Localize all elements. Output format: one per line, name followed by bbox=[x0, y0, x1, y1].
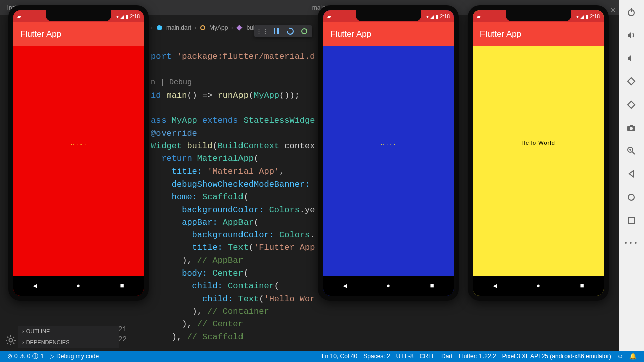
code-token: ()); bbox=[279, 90, 300, 100]
home-button-icon[interactable]: ● bbox=[386, 282, 390, 290]
flutter-body: .. . . . bbox=[323, 10, 454, 276]
debug-banner-icon: ▰ bbox=[327, 14, 331, 19]
status-flutter[interactable]: Flutter: 1.22.2 bbox=[459, 353, 496, 360]
status-eol[interactable]: CRLF bbox=[420, 353, 435, 360]
line-number: 21 bbox=[118, 324, 127, 334]
notifications-icon[interactable]: 🔔 bbox=[629, 353, 637, 360]
method-icon bbox=[236, 24, 243, 31]
wifi-icon: ▾ bbox=[576, 14, 579, 19]
recents-button-icon[interactable]: ■ bbox=[430, 282, 434, 290]
nav-overview-icon[interactable] bbox=[624, 213, 638, 227]
feedback-icon[interactable]: ☺ bbox=[617, 353, 623, 360]
svg-line-23 bbox=[632, 152, 635, 154]
rotate-right-icon[interactable] bbox=[624, 98, 638, 112]
code-token: 'package:flutter/material.d bbox=[177, 52, 315, 61]
rotate-left-icon[interactable] bbox=[624, 74, 638, 88]
code-token: ( bbox=[244, 192, 249, 202]
code-token: ( bbox=[244, 268, 249, 278]
code-token: StatelessWidge bbox=[244, 116, 315, 125]
status-debug[interactable]: ▷ Debug my code bbox=[50, 353, 99, 360]
code-token: id bbox=[151, 90, 167, 100]
breadcrumb-file[interactable]: main.dart bbox=[166, 24, 191, 31]
code-token: child: bbox=[151, 294, 238, 304]
code-token: contex bbox=[279, 141, 315, 151]
camera-icon[interactable] bbox=[624, 121, 638, 135]
debug-icon: ▷ bbox=[50, 353, 54, 360]
svg-line-13 bbox=[7, 343, 8, 344]
outline-panel-header[interactable]: › OUTLINE bbox=[18, 326, 119, 337]
status-language[interactable]: Dart bbox=[441, 353, 453, 360]
code-token: ( bbox=[212, 141, 217, 151]
svg-line-11 bbox=[7, 337, 8, 338]
breadcrumb-class[interactable]: MyApp bbox=[209, 24, 228, 31]
recents-button-icon[interactable]: ■ bbox=[580, 282, 584, 290]
appbar-title: Flutter App bbox=[330, 29, 371, 39]
hot-reload-icon[interactable] bbox=[286, 27, 294, 35]
home-button-icon[interactable]: ● bbox=[536, 282, 540, 290]
code-token: extends bbox=[197, 116, 244, 125]
dependencies-panel-header[interactable]: › DEPENDENCIES bbox=[18, 337, 119, 348]
nav-back-icon[interactable] bbox=[624, 167, 638, 181]
nav-home-icon[interactable] bbox=[624, 190, 638, 204]
android-navbar: ◀ ● ■ bbox=[323, 276, 454, 296]
android-navbar: ◀ ● ■ bbox=[473, 276, 604, 296]
code-token: ( bbox=[274, 281, 279, 291]
more-icon[interactable]: ••• bbox=[624, 236, 638, 250]
signal-icon: ◢ bbox=[430, 14, 434, 19]
wifi-icon: ▾ bbox=[116, 14, 119, 19]
codelens-run-debug[interactable]: n | Debug bbox=[151, 78, 192, 87]
status-time: 2:18 bbox=[440, 14, 450, 19]
recents-button-icon[interactable]: ■ bbox=[120, 282, 124, 290]
code-token: return bbox=[151, 154, 197, 163]
back-button-icon[interactable]: ◀ bbox=[343, 282, 347, 290]
debug-toolbar[interactable]: ⋮⋮ bbox=[254, 25, 312, 37]
zoom-icon[interactable] bbox=[624, 144, 638, 158]
status-time: 2:18 bbox=[130, 14, 140, 19]
home-button-icon[interactable]: ● bbox=[76, 282, 80, 290]
phone-notch bbox=[46, 10, 111, 21]
emulator-phone-blue: ▰ ▾ ◢ ▮ 2:18 Flutter App .. . . . ◀ ● ■ bbox=[318, 5, 459, 301]
appbar-title: Flutter App bbox=[20, 29, 61, 39]
code-token: MyApp bbox=[254, 90, 279, 100]
code-token: backgroundColor: bbox=[151, 230, 279, 240]
flutter-appbar: Flutter App bbox=[473, 22, 604, 46]
status-device[interactable]: Pixel 3 XL API 25 (android-x86 emulator) bbox=[502, 353, 611, 360]
drag-handle-icon[interactable]: ⋮⋮ bbox=[258, 27, 266, 35]
back-button-icon[interactable]: ◀ bbox=[33, 282, 37, 290]
code-token: runApp bbox=[218, 90, 249, 100]
svg-line-12 bbox=[13, 343, 14, 344]
wifi-icon: ▾ bbox=[426, 14, 429, 19]
code-token: () => bbox=[187, 90, 217, 100]
back-button-icon[interactable]: ◀ bbox=[493, 282, 497, 290]
code-token: Colors bbox=[269, 205, 300, 215]
code-token: Colors bbox=[279, 230, 310, 240]
code-token: main bbox=[167, 90, 187, 100]
debug-banner-icon: ▰ bbox=[17, 14, 21, 19]
code-token: // Center bbox=[197, 319, 244, 329]
code-token: // AppBar bbox=[197, 256, 244, 265]
power-icon[interactable] bbox=[624, 5, 638, 19]
debug-config-label: Debug my code bbox=[56, 353, 99, 360]
breadcrumb: › main.dart › MyApp › build bbox=[151, 24, 259, 31]
status-spaces[interactable]: Spaces: 2 bbox=[363, 353, 390, 360]
svg-line-14 bbox=[13, 337, 14, 338]
volume-up-icon[interactable] bbox=[624, 28, 638, 42]
code-token: 'Hello Wor bbox=[264, 294, 315, 304]
warning-count: 0 bbox=[27, 353, 31, 360]
volume-down-icon[interactable] bbox=[624, 51, 638, 65]
svg-rect-2 bbox=[237, 25, 243, 30]
code-token: ( bbox=[249, 243, 254, 252]
code-token: backgroundColor: bbox=[151, 205, 269, 215]
restart-icon[interactable] bbox=[300, 27, 308, 35]
svg-point-20 bbox=[630, 127, 633, 130]
status-line-col[interactable]: Ln 10, Col 40 bbox=[321, 353, 357, 360]
status-problems[interactable]: ⊘0 ⚠0 ⓘ1 bbox=[7, 352, 44, 361]
code-token: ), bbox=[151, 307, 207, 316]
battery-icon: ▮ bbox=[436, 14, 439, 19]
svg-rect-3 bbox=[274, 28, 275, 34]
status-encoding[interactable]: UTF-8 bbox=[396, 353, 414, 360]
settings-gear-icon[interactable] bbox=[5, 335, 16, 346]
debug-banner-icon: ▰ bbox=[477, 14, 481, 19]
pause-icon[interactable] bbox=[272, 27, 280, 35]
close-button[interactable]: × bbox=[610, 5, 616, 16]
